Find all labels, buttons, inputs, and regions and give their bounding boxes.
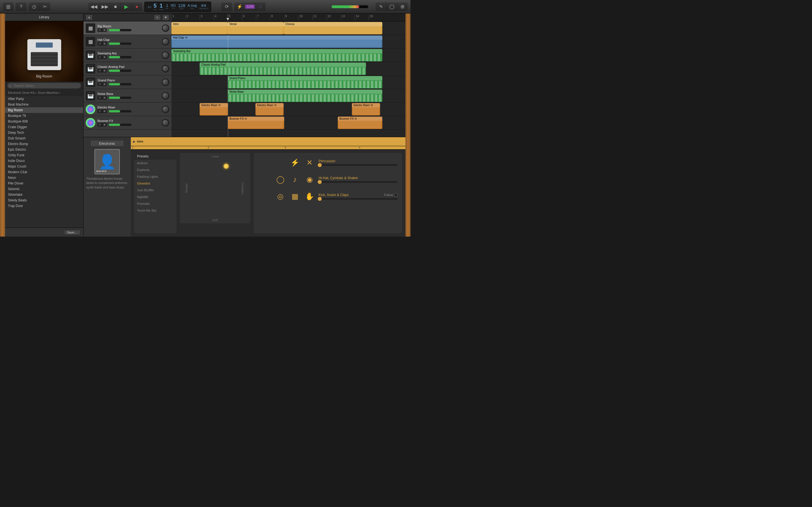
shaker-icon[interactable]: ♪ xyxy=(290,174,300,184)
mute-button[interactable]: ✕ xyxy=(98,110,102,113)
pan-knob[interactable] xyxy=(162,106,169,113)
pan-knob[interactable] xyxy=(162,78,169,86)
solo-button[interactable]: ◉ xyxy=(102,123,107,126)
solo-button[interactable]: ◉ xyxy=(102,29,107,32)
library-item[interactable]: Electro Bump xyxy=(5,141,83,147)
track-volume-slider[interactable] xyxy=(109,97,132,99)
preset-item[interactable]: Touch the Sky xyxy=(134,207,176,214)
library-item[interactable]: Trap Door xyxy=(5,203,83,209)
solo-button[interactable]: ◉ xyxy=(102,69,107,72)
region[interactable]: Grand Piano xyxy=(228,76,382,89)
kit-complexity-slider[interactable] xyxy=(319,164,398,166)
library-item[interactable]: Neon xyxy=(5,175,83,180)
mute-button[interactable]: ✕ xyxy=(98,96,102,100)
region[interactable]: Electro Riser ⟲ xyxy=(352,103,380,115)
region[interactable]: Electro Riser ⟲ xyxy=(200,103,228,115)
media-browser-icon[interactable]: ⊞ xyxy=(397,3,408,11)
preset-item[interactable]: Flashing Lights xyxy=(134,173,176,180)
region-row[interactable]: Grand Piano xyxy=(171,75,405,89)
library-item[interactable]: Epic Electro xyxy=(5,147,83,152)
follow-toggle[interactable]: Follow xyxy=(384,193,398,196)
track-header[interactable]: 🎹Sweeping Arp✕◉ xyxy=(84,48,171,62)
library-item[interactable]: Boutique 78 xyxy=(5,113,83,119)
mute-button[interactable]: ✕ xyxy=(98,82,102,86)
stop-icon[interactable]: ■ xyxy=(110,3,121,11)
library-item[interactable]: Pile Driver xyxy=(5,180,83,186)
region-row[interactable]: Boomer FX ⟲Boomer FX ⟲ xyxy=(171,116,405,129)
solo-button[interactable]: ◉ xyxy=(102,110,107,113)
breadcrumb[interactable]: Electronic Drum Kit ▸ Drum Machine ▸ xyxy=(5,90,83,96)
pan-knob[interactable] xyxy=(162,52,169,59)
region[interactable]: Classic Analog Pad xyxy=(200,62,366,75)
region-row[interactable]: IntroVerseChorus xyxy=(171,21,405,35)
track-volume-slider[interactable] xyxy=(109,29,132,31)
preset-item[interactable]: Prismatic xyxy=(134,200,176,207)
filter-icon[interactable]: ▼ xyxy=(162,15,169,20)
tuning-fork-icon[interactable]: ⚡ xyxy=(234,3,245,11)
cymbal-icon[interactable]: ◉ xyxy=(305,174,315,184)
library-item[interactable]: Crate Digger xyxy=(5,124,83,130)
library-item[interactable]: Indie Disco xyxy=(5,158,83,164)
library-item[interactable]: Silverlake xyxy=(5,192,83,198)
library-item[interactable]: Deep Tech xyxy=(5,130,83,135)
track-header[interactable]: ▦Hat Clap✕◉ xyxy=(84,35,171,48)
cycle-icon[interactable]: ⟳ xyxy=(221,3,232,11)
timeline[interactable]: 123456789101112131415 IntroVerseChorusHa… xyxy=(171,13,405,137)
region-row[interactable]: Noise Bass xyxy=(171,89,405,103)
region[interactable]: Noise Bass xyxy=(228,90,382,102)
kit-complexity-slider[interactable] xyxy=(319,181,398,183)
pan-knob[interactable] xyxy=(162,24,169,32)
pan-knob[interactable] xyxy=(162,119,169,126)
preset-item[interactable]: Nightlife xyxy=(134,193,176,200)
region[interactable]: Hat Clap ⟲ xyxy=(171,36,382,48)
track-header[interactable]: 🎹Grand Piano✕◉ xyxy=(84,75,171,89)
metronome-icon[interactable]: ◷ xyxy=(29,3,40,11)
preset-item[interactable]: Anthem xyxy=(134,160,176,166)
lcd-display[interactable]: ♪⌂ 5bar 1beat 1div 001tick 128bpm A majk… xyxy=(144,2,211,12)
search-input[interactable] xyxy=(7,83,81,89)
region-row[interactable]: Classic Analog Pad xyxy=(171,62,405,75)
track-header[interactable]: ▦Big Room✕◉ xyxy=(84,21,171,35)
help-icon[interactable]: ? xyxy=(16,3,27,11)
library-item[interactable]: Seismic xyxy=(5,186,83,192)
library-item[interactable]: Major Crush xyxy=(5,164,83,169)
count-in-badge[interactable]: 1234 xyxy=(245,4,255,9)
pan-knob[interactable] xyxy=(162,38,169,45)
region-row[interactable]: Electro Riser ⟲Electro Riser ⟲Electro Ri… xyxy=(171,103,405,116)
track-volume-slider[interactable] xyxy=(109,43,132,45)
library-toggle-icon[interactable]: ▥ xyxy=(3,3,13,11)
solo-button[interactable]: ◉ xyxy=(102,42,107,45)
bolt-icon[interactable]: ⚡ xyxy=(290,158,300,168)
region-row[interactable]: Sweeping Arp xyxy=(171,48,405,62)
forward-icon[interactable]: ▶▶ xyxy=(99,3,110,11)
pan-knob[interactable] xyxy=(162,65,169,72)
region[interactable]: Boomer FX ⟲ xyxy=(338,117,382,129)
library-item[interactable]: After Party xyxy=(5,96,83,102)
kit-complexity-slider[interactable] xyxy=(319,198,398,200)
region[interactable]: Electro Riser ⟲ xyxy=(255,103,284,115)
region-row[interactable]: Hat Clap ⟲ xyxy=(171,35,405,48)
mute-button[interactable]: ✕ xyxy=(98,42,102,45)
timeline-ruler[interactable]: 123456789101112131415 xyxy=(171,13,405,21)
library-item[interactable]: Modern Club xyxy=(5,169,83,175)
master-volume[interactable] xyxy=(332,5,368,8)
preset-item[interactable]: Euphoria xyxy=(134,166,176,173)
rewind-icon[interactable]: ◀◀ xyxy=(89,3,99,11)
save-button[interactable]: Save… xyxy=(64,230,80,235)
region[interactable]: Boomer FX ⟲ xyxy=(228,117,284,129)
region[interactable]: Verse xyxy=(228,22,284,34)
track-header[interactable]: Boomer FX✕◉ xyxy=(84,116,171,129)
playhead[interactable] xyxy=(228,13,228,137)
xy-handle[interactable] xyxy=(223,164,229,169)
drummer-region-header[interactable]: ▶ Intro xyxy=(131,137,405,146)
track-volume-slider[interactable] xyxy=(109,56,132,58)
notepad-icon[interactable]: ✎ xyxy=(375,3,386,11)
metronome2-icon[interactable]: ♫ xyxy=(255,3,266,11)
kick-icon[interactable]: ◎ xyxy=(275,191,285,202)
mute-button[interactable]: ✕ xyxy=(98,69,102,72)
region[interactable]: Sweeping Arp xyxy=(171,49,382,61)
track-volume-slider[interactable] xyxy=(109,124,132,126)
genre-selector[interactable]: Electronic xyxy=(90,140,124,147)
mute-button[interactable]: ✕ xyxy=(98,29,102,32)
drummer-avatar[interactable]: 👤 xyxy=(94,149,120,174)
